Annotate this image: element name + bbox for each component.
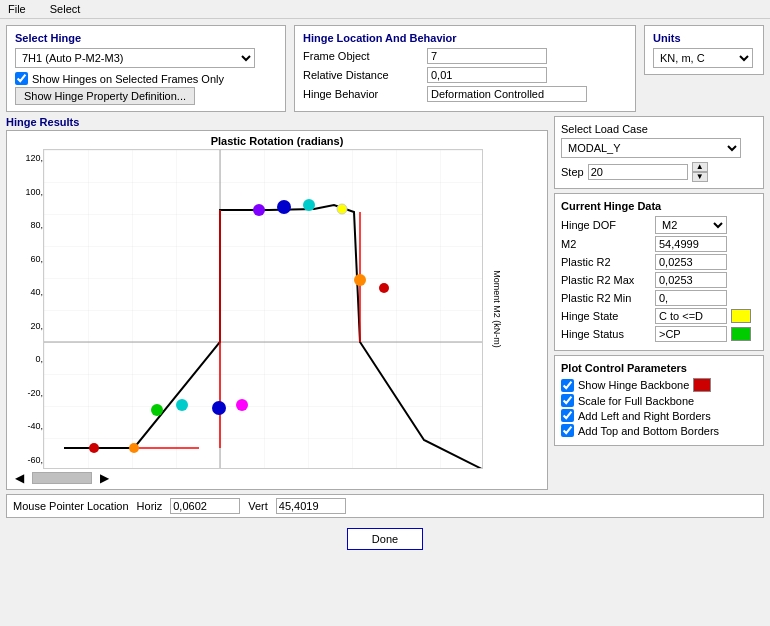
y-tick-20: 20, <box>11 321 43 331</box>
units-select[interactable]: KN, m, C <box>653 48 753 68</box>
plastic-r2-min-label: Plastic R2 Min <box>561 292 651 304</box>
hinge-state-value: C to <=D <box>655 308 727 324</box>
step-up-btn[interactable]: ▲ <box>692 162 708 172</box>
hinge-results-area: Hinge Results Plastic Rotation (radians)… <box>6 116 548 490</box>
svg-rect-0 <box>44 150 483 469</box>
show-hinge-backbone-swatch <box>693 378 711 392</box>
current-hinge-data-title: Current Hinge Data <box>561 200 757 212</box>
svg-point-12 <box>151 404 163 416</box>
plastic-r2-label: Plastic R2 <box>561 256 651 268</box>
main-content: Select Hinge 7H1 (Auto P-M2-M3) Show Hin… <box>0 19 770 562</box>
plastic-r2-max-value: 0,0253 <box>655 272 727 288</box>
y-tick-m40: -40, <box>11 421 43 431</box>
chart-left-arrow[interactable]: ◀ <box>11 471 28 485</box>
hinge-dof-row: Hinge DOF M2 <box>561 216 757 234</box>
hinge-status-value: >CP <box>655 326 727 342</box>
frame-object-value: 7 <box>427 48 547 64</box>
show-hinges-checkbox[interactable] <box>15 72 28 85</box>
frame-object-row: Frame Object 7 <box>303 48 627 64</box>
middle-section: Hinge Results Plastic Rotation (radians)… <box>6 116 764 490</box>
chart-svg <box>43 149 483 469</box>
add-left-right-checkbox[interactable] <box>561 409 574 422</box>
plot-control-title: Plot Control Parameters <box>561 362 757 374</box>
add-top-bottom-checkbox[interactable] <box>561 424 574 437</box>
svg-point-9 <box>337 204 347 214</box>
hinge-location-panel: Hinge Location And Behavior Frame Object… <box>294 25 636 112</box>
y-tick-120: 120, <box>11 153 43 163</box>
frame-object-label: Frame Object <box>303 50 423 62</box>
vert-value-input[interactable] <box>276 498 346 514</box>
add-top-bottom-row: Add Top and Bottom Borders <box>561 424 757 437</box>
show-property-btn[interactable]: Show Hinge Property Definition... <box>15 87 195 105</box>
hinge-state-swatch <box>731 309 751 323</box>
hinge-behavior-label: Hinge Behavior <box>303 88 423 100</box>
add-left-right-row: Add Left and Right Borders <box>561 409 757 422</box>
select-load-case-label: Select Load Case <box>561 123 757 135</box>
svg-point-13 <box>176 399 188 411</box>
show-hinge-backbone-checkbox[interactable] <box>561 379 574 392</box>
horiz-value-input[interactable] <box>170 498 240 514</box>
chart-svg-wrapper: -36, -24, -12, 0 12, 24, 36, 48, 60, 72, <box>43 149 483 469</box>
vert-label: Vert <box>248 500 268 512</box>
scale-full-backbone-row: Scale for Full Backbone <box>561 394 757 407</box>
chart-layout: 120, 100, 80, 60, 40, 20, 0, -20, -40, -… <box>11 149 543 469</box>
file-menu[interactable]: File <box>4 2 30 16</box>
svg-point-15 <box>236 399 248 411</box>
y-tick-m60: -60, <box>11 455 43 465</box>
svg-point-17 <box>129 443 139 453</box>
load-case-select[interactable]: MODAL_Y <box>561 138 741 158</box>
show-hinges-label: Show Hinges on Selected Frames Only <box>32 73 224 85</box>
step-down-btn[interactable]: ▼ <box>692 172 708 182</box>
show-hinge-backbone-label: Show Hinge Backbone <box>578 379 689 391</box>
select-hinge-panel: Select Hinge 7H1 (Auto P-M2-M3) Show Hin… <box>6 25 286 112</box>
hinge-location-title: Hinge Location And Behavior <box>303 32 627 44</box>
chart-nav-bar: ◀ ▶ <box>11 471 543 485</box>
m2-value: 54,4999 <box>655 236 727 252</box>
svg-point-14 <box>212 401 226 415</box>
chart-right-arrow[interactable]: ▶ <box>96 471 113 485</box>
select-menu[interactable]: Select <box>46 2 85 16</box>
hinge-behavior-row: Hinge Behavior Deformation Controlled <box>303 86 627 102</box>
step-input[interactable] <box>588 164 688 180</box>
plastic-r2-max-label: Plastic R2 Max <box>561 274 651 286</box>
hinge-results-title: Hinge Results <box>6 116 548 128</box>
relative-distance-row: Relative Distance 0,01 <box>303 67 627 83</box>
relative-distance-label: Relative Distance <box>303 69 423 81</box>
hinge-dof-select[interactable]: M2 <box>655 216 727 234</box>
plastic-r2-max-row: Plastic R2 Max 0,0253 <box>561 272 757 288</box>
select-hinge-title: Select Hinge <box>15 32 277 44</box>
show-hinge-backbone-row: Show Hinge Backbone <box>561 378 757 392</box>
chart-title: Plastic Rotation (radians) <box>11 135 543 147</box>
chart-scrollbar[interactable] <box>32 472 92 484</box>
y-tick-80: 80, <box>11 220 43 230</box>
plastic-r2-min-row: Plastic R2 Min 0, <box>561 290 757 306</box>
units-title: Units <box>653 32 755 44</box>
add-top-bottom-label: Add Top and Bottom Borders <box>578 425 719 437</box>
chart-container: Plastic Rotation (radians) 120, 100, 80,… <box>6 130 548 490</box>
done-bar: Done <box>6 522 764 556</box>
units-panel: Units KN, m, C <box>644 25 764 75</box>
y-axis-labels: 120, 100, 80, 60, 40, 20, 0, -20, -40, -… <box>11 149 43 469</box>
step-row: Step ▲ ▼ <box>561 162 757 182</box>
hinge-status-label: Hinge Status <box>561 328 651 340</box>
hinge-state-label: Hinge State <box>561 310 651 322</box>
svg-point-11 <box>379 283 389 293</box>
relative-distance-value: 0,01 <box>427 67 547 83</box>
plot-control-section: Plot Control Parameters Show Hinge Backb… <box>554 355 764 446</box>
y-axis-label: Moment M2 (kN-m) <box>492 270 502 348</box>
scale-full-backbone-checkbox[interactable] <box>561 394 574 407</box>
top-panel: Select Hinge 7H1 (Auto P-M2-M3) Show Hin… <box>6 25 764 112</box>
svg-point-8 <box>303 199 315 211</box>
svg-point-16 <box>89 443 99 453</box>
select-load-case-section: Select Load Case MODAL_Y Step ▲ ▼ <box>554 116 764 189</box>
svg-point-10 <box>354 274 366 286</box>
hinge-status-swatch <box>731 327 751 341</box>
right-panel: Select Load Case MODAL_Y Step ▲ ▼ Curren… <box>554 116 764 490</box>
done-button[interactable]: Done <box>347 528 423 550</box>
m2-row: M2 54,4999 <box>561 236 757 252</box>
hinge-status-row: Hinge Status >CP <box>561 326 757 342</box>
y-tick-m20: -20, <box>11 388 43 398</box>
plastic-r2-value: 0,0253 <box>655 254 727 270</box>
hinge-select[interactable]: 7H1 (Auto P-M2-M3) <box>15 48 255 68</box>
y-tick-0: 0, <box>11 354 43 364</box>
